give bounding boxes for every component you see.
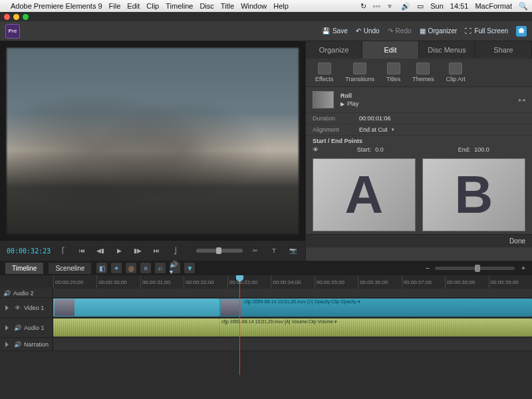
zoom-out-icon[interactable]: − [426,265,430,272]
expand-icon[interactable]: ▸◂ [519,96,525,103]
marker-icon[interactable]: ◧ [96,263,107,273]
effects-label: Effects [315,76,333,82]
themes-button[interactable]: Themes [412,63,434,82]
sync-icon[interactable]: ↻ [360,2,366,11]
goto-prev-button[interactable]: ⏮ [76,246,88,255]
video-preview [7,48,299,234]
audio-tools-icon[interactable]: 🔊▾ [170,263,180,273]
home-button[interactable] [516,26,527,37]
alignment-value[interactable]: End at Cut [359,126,388,133]
menubar-user[interactable]: MacFormat [475,2,512,10]
wifi-icon-2[interactable]: ᯤ [387,2,394,10]
video-clip-a[interactable] [53,299,219,317]
effects-button[interactable]: Effects [315,63,333,82]
split-clip-button[interactable]: ✂ [249,246,261,255]
play-icon[interactable]: ▶ [340,101,344,107]
titles-button[interactable]: Titles [386,63,400,82]
zoom-window-button[interactable] [23,14,29,20]
timeline-tab[interactable]: Timeline [5,263,43,274]
preview-toggle-icon[interactable] [313,146,319,153]
add-text-button[interactable]: T [268,246,280,255]
menubar-window[interactable]: Window [241,2,267,10]
collapse-icon[interactable] [3,324,11,332]
track-body-audio1[interactable]: cfjp 2009-08-14 10;01;20.mov [A] Volume:… [53,318,532,337]
done-button[interactable]: Done [509,237,525,245]
window-chrome [0,12,532,21]
start-value[interactable]: 0.0 [375,146,384,153]
eye-icon[interactable] [13,304,21,312]
track-body-video1[interactable]: cfjp 2009-08-14 10;01;20.mov [V] Opacity… [53,298,532,317]
tab-share[interactable]: Share [475,41,532,59]
step-fwd-button[interactable]: ▮▶ [132,246,144,255]
audio-mix-icon[interactable]: ⎌ [155,263,166,273]
menubar-day[interactable]: Sun [430,2,444,10]
tab-edit[interactable]: Edit [362,41,419,59]
redo-button[interactable]: ↷Redo [388,27,412,35]
speaker-icon[interactable] [3,289,11,297]
goto-next-button[interactable]: ⏭ [150,246,162,255]
start-end-section-header: Start / End Points [306,135,532,146]
menubar-app[interactable]: Adobe Premiere Elements 9 [11,2,102,10]
fullscreen-button[interactable]: ⛶Full Screen [465,27,508,35]
tab-disc-menus[interactable]: Disc Menus [419,41,475,59]
play-button[interactable]: ▶ [113,246,125,255]
menubar-time[interactable]: 14:51 [450,2,469,10]
timeline-tracks: Audio 2 Video 1 cfjp 2009-08-14 10;01;20… [0,289,532,351]
end-label: End: [458,146,471,153]
ab-preview-row: A B [306,153,532,234]
minimize-window-button[interactable] [13,14,19,20]
out-point-button[interactable]: ⎦ [169,246,181,255]
marker-drop-icon[interactable]: ▼ [184,263,195,273]
battery-icon[interactable]: ▭ [417,2,424,11]
audio-clip-b[interactable]: cfjp 2009-08-14 10;01;20.mov [A] Volume:… [219,319,532,336]
clipart-button[interactable]: Clip Art [446,63,466,82]
menubar-help[interactable]: Help [273,2,289,10]
menubar-edit[interactable]: Edit [127,2,140,10]
track-label: Audio 2 [13,290,34,297]
zoom-slider[interactable] [435,267,515,270]
detect-icon[interactable]: ◎ [126,263,136,273]
end-value[interactable]: 100.0 [474,146,489,153]
shuttle-slider[interactable] [196,249,243,253]
audio-clip-a[interactable] [53,319,219,336]
menubar-title[interactable]: Title [221,2,234,10]
transition-play-label[interactable]: Play [347,100,359,107]
collapse-icon[interactable] [3,304,11,312]
track-body-narration[interactable] [53,338,532,350]
menubar-file[interactable]: File [109,2,121,10]
time-ruler[interactable]: 00:00:29;00 00:00:30;00 00:00:31;00 00:0… [0,275,532,289]
speaker-icon[interactable] [13,340,21,348]
mac-menubar: Adobe Premiere Elements 9 File Edit Clip… [0,0,532,12]
step-back-button[interactable]: ◀▮ [94,246,106,255]
track-body-audio2[interactable] [53,289,532,297]
smartfix-icon[interactable]: ✦ [111,263,122,273]
sceneline-tab[interactable]: Sceneline [49,263,91,274]
close-window-button[interactable] [4,14,10,20]
menubar-disc[interactable]: Disc [200,2,213,10]
collapse-icon[interactable] [3,340,11,348]
menubar-timeline[interactable]: Timeline [166,2,193,10]
video-clip-b[interactable]: cfjp 2009-08-14 10;01;20.mov [V] Opacity… [219,299,532,317]
wifi-icon[interactable]: ◦◦◦ [373,2,381,10]
duration-value[interactable]: 00:00:01:06 [359,115,391,122]
speaker-icon[interactable] [13,324,21,332]
organizer-button[interactable]: ▦Organizer [420,27,458,35]
tab-organize[interactable]: Organize [306,41,362,59]
effects-icon [318,63,331,74]
a-card[interactable]: A [313,158,416,231]
alignment-row: Alignment End at Cut ▾ [306,124,532,135]
undo-button[interactable]: ↶Undo [356,27,380,35]
in-point-button[interactable]: ⎡ [57,246,69,255]
playhead[interactable] [239,275,240,375]
spotlight-icon[interactable]: 🔍 [519,2,528,11]
menubar-clip[interactable]: Clip [146,2,159,10]
transitions-button[interactable]: Transitions [345,63,374,82]
zoom-in-icon[interactable]: ＋ [520,263,527,273]
volume-icon[interactable]: 🔊 [401,2,410,11]
b-card[interactable]: B [422,158,525,231]
snapshot-button[interactable]: 📷 [287,246,299,255]
properties-icon[interactable]: ≡ [140,263,151,273]
dropdown-icon[interactable]: ▾ [392,127,394,132]
save-button[interactable]: 💾Save [322,27,348,35]
track-head-audio2: Audio 2 [0,289,53,297]
